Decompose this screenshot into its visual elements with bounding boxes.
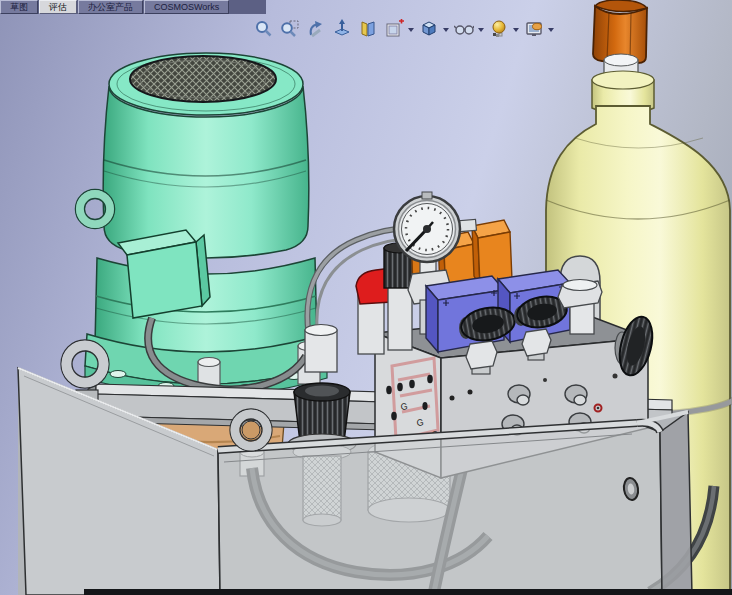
- hide-show-items-icon[interactable]: [453, 18, 475, 40]
- apply-scene-icon[interactable]: [523, 18, 545, 40]
- edit-appearance-icon[interactable]: [488, 18, 510, 40]
- command-manager-tabs: 草图 评估 办公室产品 COSMOSWorks: [0, 0, 266, 14]
- tab-evaluate[interactable]: 评估: [39, 0, 77, 14]
- section-view-icon[interactable]: [357, 18, 379, 40]
- viewport[interactable]: G G G: [0, 0, 732, 595]
- previous-view-icon[interactable]: [305, 18, 327, 40]
- model-scene[interactable]: G G G: [0, 0, 732, 595]
- apply-scene-dropdown-icon[interactable]: [548, 28, 554, 35]
- edit-appearance-dropdown-icon[interactable]: [513, 28, 519, 35]
- port-marking: G: [400, 401, 408, 412]
- view-orientation-icon[interactable]: [383, 18, 405, 40]
- hide-show-items-dropdown-icon[interactable]: [478, 28, 484, 35]
- tab-office-products[interactable]: 办公室产品: [78, 0, 143, 14]
- motor-lifting-lug[interactable]: [76, 190, 115, 229]
- motor-junction-box[interactable]: [118, 230, 210, 318]
- motor-fan-cover: [130, 56, 276, 102]
- normal-to-icon[interactable]: [331, 18, 353, 40]
- zoom-to-area-icon[interactable]: [279, 18, 301, 40]
- display-style-icon[interactable]: [418, 18, 440, 40]
- electric-motor[interactable]: [76, 53, 328, 396]
- zoom-to-fit-icon[interactable]: [253, 18, 275, 40]
- tank-right-panel[interactable]: [660, 412, 692, 595]
- base-edge: [84, 589, 732, 595]
- tab-cosmosworks[interactable]: COSMOSWorks: [144, 0, 229, 14]
- port-marking: G: [416, 417, 424, 428]
- tab-sketch[interactable]: 草图: [0, 0, 38, 14]
- display-style-dropdown-icon[interactable]: [443, 28, 449, 35]
- view-orientation-dropdown-icon[interactable]: [408, 28, 414, 35]
- lifting-eyebolt-front[interactable]: [230, 409, 272, 451]
- heads-up-view-toolbar: [253, 16, 554, 42]
